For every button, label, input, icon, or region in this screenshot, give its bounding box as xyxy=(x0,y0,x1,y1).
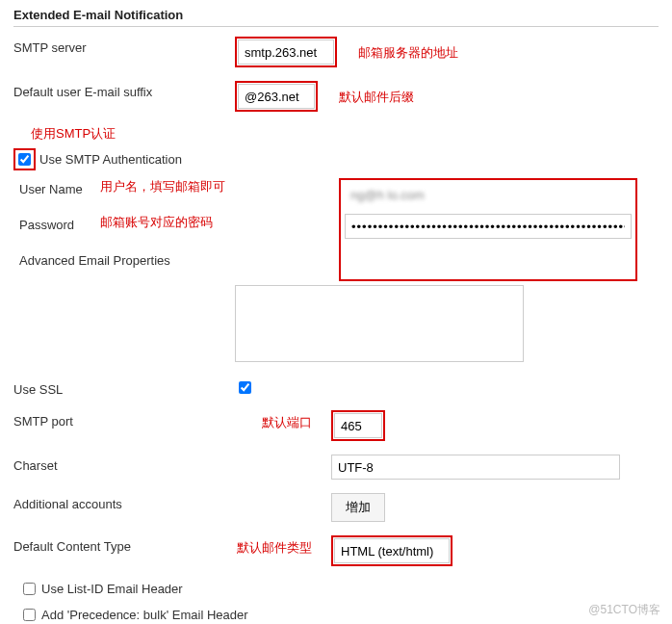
label-default-suffix: Default user E-mail suffix xyxy=(13,81,235,99)
default-content-type-input[interactable] xyxy=(334,538,450,563)
annotation-smtp-port: 默认端口 xyxy=(262,414,312,431)
annotation-default-suffix: 默认邮件后缀 xyxy=(339,90,414,104)
user-name-display: ng@h lo.com xyxy=(350,188,425,202)
label-add-precedence: Add 'Precedence: bulk' Email Header xyxy=(41,608,248,622)
section-title: Extended E-mail Notification xyxy=(13,8,659,27)
label-additional-accounts: Additional accounts xyxy=(13,493,331,511)
label-default-content-type: Default Content Type xyxy=(13,539,131,557)
annotation-use-smtp-auth: 使用SMTP认证 xyxy=(31,125,116,143)
label-password: Password xyxy=(13,214,100,232)
adv-props-textarea[interactable] xyxy=(235,285,524,362)
annotation-default-content-type: 默认邮件类型 xyxy=(237,539,312,557)
label-smtp-port: SMTP port xyxy=(13,414,73,431)
annotation-user-name: 用户名，填写邮箱即可 xyxy=(100,178,225,195)
annotation-smtp-server: 邮箱服务器的地址 xyxy=(358,45,458,60)
label-use-smtp-auth: Use SMTP Authentication xyxy=(39,152,182,167)
label-smtp-server: SMTP server xyxy=(13,37,235,55)
annotation-password: 邮箱账号对应的密码 xyxy=(100,214,213,231)
label-use-ssl: Use SSL xyxy=(13,378,235,397)
smtp-port-input[interactable] xyxy=(334,413,382,438)
add-button[interactable]: 增加 xyxy=(331,493,385,522)
use-ssl-checkbox[interactable] xyxy=(239,381,251,394)
label-use-list-id: Use List-ID Email Header xyxy=(41,582,183,596)
label-charset: Charset xyxy=(13,455,331,473)
add-precedence-checkbox[interactable] xyxy=(23,609,36,621)
label-user-name: User Name xyxy=(13,178,100,196)
watermark: @51CTO博客 xyxy=(588,602,660,618)
label-adv-props: Advanced Email Properties xyxy=(13,249,170,268)
use-list-id-checkbox[interactable] xyxy=(23,583,36,595)
default-suffix-input[interactable] xyxy=(238,84,315,109)
smtp-server-input[interactable] xyxy=(238,39,334,65)
use-smtp-auth-checkbox[interactable] xyxy=(18,153,31,166)
password-input[interactable] xyxy=(345,214,632,239)
charset-input[interactable] xyxy=(331,455,620,480)
